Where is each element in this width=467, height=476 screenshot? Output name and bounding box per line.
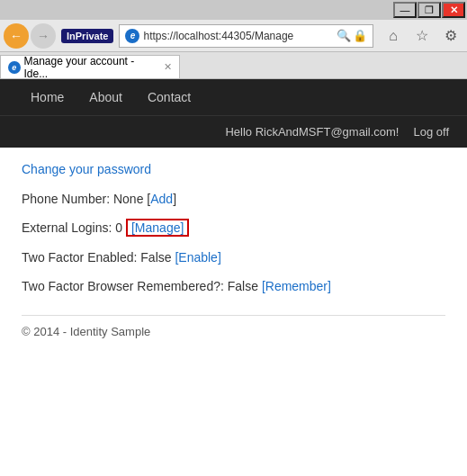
- page-content: Home About Contact Hello RickAndMSFT@gma…: [0, 79, 467, 476]
- tab-title: Manage your account - Ide...: [24, 55, 157, 80]
- restore-button[interactable]: ❐: [418, 2, 441, 18]
- tab-ie-icon: e: [8, 61, 21, 74]
- main-area: Change your password Phone Number: None …: [0, 148, 467, 353]
- favorites-icon[interactable]: ☆: [409, 23, 435, 49]
- footer-divider: [22, 315, 445, 316]
- phone-row: Phone Number: None [Add]: [22, 189, 445, 209]
- twofactor-row: Two Factor Enabled: False [Enable]: [22, 247, 445, 267]
- remember-browser-link[interactable]: [Remember]: [262, 279, 331, 293]
- title-bar: — ❐ ✕: [0, 0, 467, 20]
- address-bar[interactable]: e https://localhost:44305/Manage 🔍 🔒: [119, 24, 373, 48]
- twofa-browser-label: Two Factor Browser Remembered?: False: [22, 279, 262, 293]
- forward-button[interactable]: →: [31, 23, 56, 49]
- search-icon[interactable]: 🔍: [337, 29, 351, 42]
- manage-logins-link[interactable]: [Manage]: [126, 219, 189, 237]
- active-tab[interactable]: e Manage your account - Ide... ✕: [0, 55, 180, 78]
- tab-close-button[interactable]: ✕: [164, 61, 172, 73]
- footer-text: © 2014 - Identity Sample: [22, 325, 445, 338]
- back-button[interactable]: ←: [4, 23, 29, 49]
- phone-label: Phone Number: None [: [22, 192, 150, 206]
- close-button[interactable]: ✕: [442, 2, 465, 18]
- home-icon[interactable]: ⌂: [381, 23, 406, 49]
- external-logins-row: External Logins: 0 [Manage]: [22, 218, 445, 238]
- add-phone-link[interactable]: Add: [150, 192, 173, 206]
- inprivate-badge: InPrivate: [61, 29, 113, 43]
- hello-greeting: Hello RickAndMSFT@gmail.com!: [225, 125, 399, 139]
- logoff-link[interactable]: Log off: [413, 125, 449, 139]
- address-url: https://localhost:44305/Manage: [143, 30, 333, 42]
- nav-contact[interactable]: Contact: [135, 79, 203, 115]
- address-icons: 🔍 🔒: [337, 29, 367, 42]
- minimize-button[interactable]: —: [393, 2, 417, 18]
- twofa-browser-row: Two Factor Browser Remembered?: False [R…: [22, 276, 445, 296]
- lock-icon: 🔒: [353, 29, 367, 42]
- hello-bar: Hello RickAndMSFT@gmail.com! Log off: [0, 115, 467, 148]
- enable-twofactor-link[interactable]: [Enable]: [175, 250, 220, 265]
- twofactor-label: Two Factor Enabled: False: [22, 250, 175, 265]
- change-password-link[interactable]: Change your password: [22, 162, 445, 176]
- nav-home[interactable]: Home: [18, 79, 76, 115]
- browser-toolbar: ← → InPrivate e https://localhost:44305/…: [0, 20, 467, 52]
- ie-logo-icon: e: [125, 29, 139, 43]
- tab-bar: e Manage your account - Ide... ✕: [0, 52, 467, 79]
- external-logins-label: External Logins: 0: [22, 220, 126, 235]
- nav-about[interactable]: About: [76, 79, 135, 115]
- phone-row-end: ]: [173, 192, 176, 206]
- right-toolbar: ⌂ ☆ ⚙: [381, 23, 463, 49]
- navbar: Home About Contact: [0, 79, 467, 115]
- navbar-nav: Home About Contact: [18, 79, 449, 115]
- settings-icon[interactable]: ⚙: [438, 23, 463, 49]
